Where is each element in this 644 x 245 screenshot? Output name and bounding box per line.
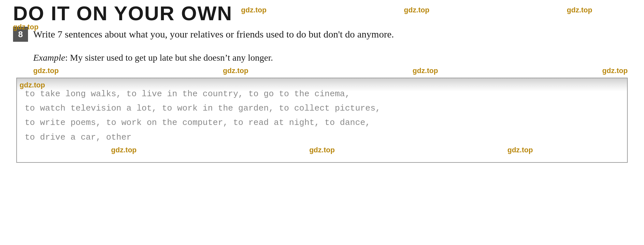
watermark-3: gdz.top	[567, 6, 592, 14]
example-label: Example	[33, 53, 65, 63]
hint-line-2: to watch television a lot, to work in th…	[25, 101, 619, 115]
watermark-box-top: gdz.top	[20, 81, 45, 89]
header-section: DO IT ON YOUR OWN gdz.top gdz.top gdz.to…	[13, 3, 631, 23]
answer-box: gdz.top to take long walks, to live in t…	[16, 78, 628, 163]
exercise-instruction: Write 7 sentences about what you, your r…	[33, 25, 631, 41]
page-container: DO IT ON YOUR OWN gdz.top gdz.top gdz.to…	[0, 0, 644, 245]
watermark-row-4: gdz.top	[602, 67, 628, 75]
example-text: Example: My sister used to get up late b…	[33, 51, 631, 65]
watermarks-box-bottom: gdz.top gdz.top gdz.top	[25, 146, 619, 154]
watermark-1: gdz.top	[241, 6, 266, 14]
page-title: DO IT ON YOUR OWN	[13, 3, 233, 23]
exercise-row: gdz.top 8 Write 7 sentences about what y…	[13, 25, 631, 42]
watermark-2: gdz.top	[404, 6, 429, 14]
watermark-box-bot-2: gdz.top	[309, 146, 335, 154]
watermarks-row: gdz.top gdz.top gdz.top gdz.top	[33, 67, 628, 75]
hint-line-4: to drive a car, other	[25, 130, 619, 145]
watermark-box-bot-1: gdz.top	[111, 146, 136, 154]
example-content: : My sister used to get up late but she …	[65, 53, 273, 63]
example-section: Example: My sister used to get up late b…	[33, 51, 631, 65]
watermark-row-2: gdz.top	[223, 67, 248, 75]
hint-line-3: to write poems, to work on the computer,…	[25, 115, 619, 130]
watermark-row-1: gdz.top	[33, 67, 59, 75]
watermark-row-3: gdz.top	[413, 67, 438, 75]
watermark-exercise-left: gdz.top	[13, 23, 38, 31]
answer-box-content: to take long walks, to live in the count…	[25, 87, 619, 145]
hint-line-1: to take long walks, to live in the count…	[25, 87, 619, 101]
watermark-box-bot-3: gdz.top	[508, 146, 533, 154]
